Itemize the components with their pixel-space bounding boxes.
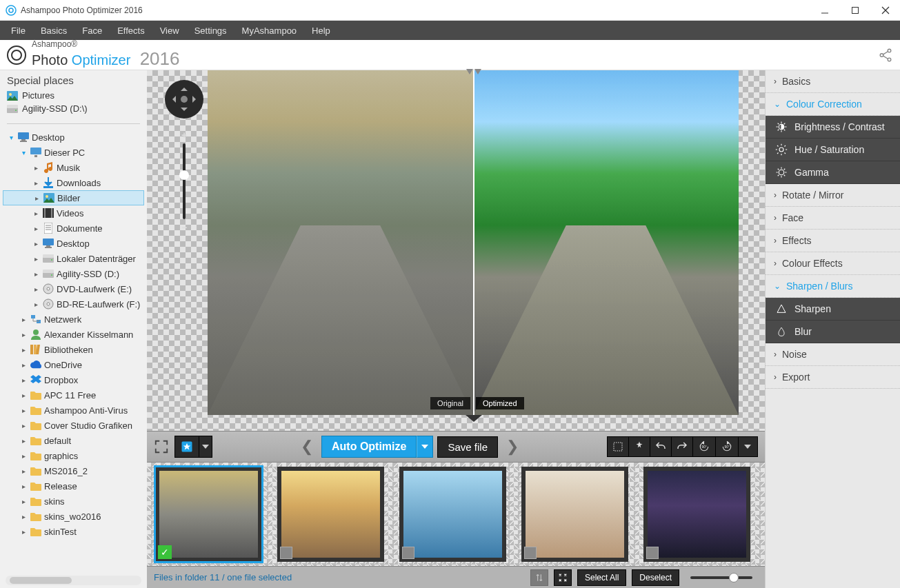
check-box[interactable] bbox=[646, 547, 659, 559]
favorite-button[interactable] bbox=[174, 436, 199, 458]
tree-dieser-pc[interactable]: ▾Dieser PC bbox=[3, 145, 144, 160]
expand-arrow-icon[interactable]: ▸ bbox=[19, 316, 28, 323]
auto-optimize-button[interactable]: Auto Optimize bbox=[321, 436, 417, 458]
expand-arrow-icon[interactable]: ▸ bbox=[19, 346, 28, 354]
tree-skins[interactable]: ▸skins bbox=[3, 494, 144, 509]
expand-arrow-icon[interactable]: ▸ bbox=[19, 331, 28, 338]
undo-button[interactable] bbox=[650, 436, 672, 457]
tree-alexander-kisselmann[interactable]: ▸Alexander Kisselmann bbox=[3, 327, 144, 342]
deselect-button[interactable]: Deselect bbox=[632, 569, 679, 586]
check-box[interactable] bbox=[524, 547, 537, 559]
tree-bilder[interactable]: ▸Bilder bbox=[3, 190, 144, 205]
select-all-button[interactable]: Select All bbox=[577, 569, 626, 586]
magic-wand-button[interactable] bbox=[629, 436, 650, 457]
tree-default[interactable]: ▸default bbox=[3, 433, 144, 448]
tree-release[interactable]: ▸Release bbox=[3, 478, 144, 494]
tree-videos[interactable]: ▸Videos bbox=[3, 205, 144, 221]
panel-basics[interactable]: ›Basics bbox=[766, 70, 900, 93]
redo-button[interactable] bbox=[672, 436, 693, 457]
panel-sharpen-blurs[interactable]: ⌄Sharpen / Blurs bbox=[766, 275, 900, 298]
share-button[interactable] bbox=[878, 48, 893, 63]
menu-basics[interactable]: Basics bbox=[34, 23, 74, 39]
expand-arrow-icon[interactable]: ▸ bbox=[32, 240, 40, 247]
expand-arrow-icon[interactable]: ▸ bbox=[19, 361, 28, 369]
favorite-dropdown[interactable] bbox=[199, 436, 212, 458]
check-box[interactable] bbox=[402, 547, 414, 559]
tree-skins-wo2016[interactable]: ▸skins_wo2016 bbox=[3, 509, 144, 524]
expand-arrow-icon[interactable]: ▸ bbox=[19, 483, 28, 490]
thumbnail-1[interactable]: ✓ bbox=[155, 467, 262, 562]
panel-effects[interactable]: ›Effects bbox=[766, 230, 900, 252]
tree-lokaler-datentr-ger[interactable]: ▸Lokaler Datenträger bbox=[3, 251, 144, 266]
expand-arrow-icon[interactable]: ▸ bbox=[32, 270, 40, 278]
expand-arrow-icon[interactable]: ▸ bbox=[19, 467, 28, 475]
expand-arrow-icon[interactable]: ▸ bbox=[32, 210, 40, 217]
tree-skintest[interactable]: ▸skinTest bbox=[3, 524, 144, 539]
thumbnail-2[interactable] bbox=[277, 467, 384, 562]
menu-help[interactable]: Help bbox=[305, 23, 337, 39]
pan-pad[interactable] bbox=[165, 80, 203, 119]
place-agility-ssd-d-[interactable]: Agility-SSD (D:\) bbox=[7, 102, 140, 115]
panel-sub-blur[interactable]: Blur bbox=[766, 321, 900, 343]
expand-arrow-icon[interactable]: ▸ bbox=[19, 422, 28, 429]
menu-face[interactable]: Face bbox=[75, 23, 109, 39]
menu-effects[interactable]: Effects bbox=[110, 23, 152, 39]
tree-dropbox[interactable]: ▸Dropbox bbox=[3, 372, 144, 387]
split-divider[interactable] bbox=[473, 70, 474, 415]
expand-arrow-icon[interactable]: ▸ bbox=[32, 255, 40, 263]
menu-view[interactable]: View bbox=[153, 23, 186, 39]
panel-sub-gamma[interactable]: Gamma bbox=[766, 161, 900, 184]
zoom-out-button[interactable]: − bbox=[181, 222, 187, 233]
crop-button[interactable] bbox=[607, 436, 629, 457]
tree-desktop[interactable]: ▸Desktop bbox=[3, 236, 144, 251]
expand-arrow-icon[interactable]: ▸ bbox=[19, 528, 28, 536]
panel-face[interactable]: ›Face bbox=[766, 207, 900, 230]
check-box[interactable] bbox=[280, 547, 292, 559]
compare-view[interactable]: Original Optimized bbox=[208, 70, 739, 415]
zoom-in-button[interactable]: + bbox=[181, 130, 187, 141]
panel-colour-correction[interactable]: ⌄Colour Correction bbox=[766, 93, 900, 116]
expand-arrow-icon[interactable]: ▸ bbox=[32, 285, 40, 293]
thumbnail-3[interactable] bbox=[399, 467, 506, 562]
fullscreen-button[interactable] bbox=[154, 439, 169, 454]
tree-dokumente[interactable]: ▸Dokumente bbox=[3, 221, 144, 236]
expand-arrow-icon[interactable]: ▸ bbox=[19, 513, 28, 520]
menu-file[interactable]: File bbox=[4, 23, 32, 39]
tree-graphics[interactable]: ▸graphics bbox=[3, 448, 144, 463]
expand-arrow-icon[interactable]: ▸ bbox=[19, 376, 28, 384]
thumbnail-4[interactable] bbox=[521, 467, 628, 562]
tree-bd-re-laufwerk-f-[interactable]: ▸BD-RE-Laufwerk (F:) bbox=[3, 296, 144, 312]
menu-settings[interactable]: Settings bbox=[188, 23, 234, 39]
tree-ashampoo-anti-virus[interactable]: ▸Ashampoo Anti-Virus bbox=[3, 403, 144, 418]
thumbnail-5[interactable] bbox=[643, 467, 750, 562]
tree-downloads[interactable]: ▸Downloads bbox=[3, 175, 144, 190]
thumb-zoom-slider[interactable] bbox=[690, 576, 752, 579]
maximize-button[interactable] bbox=[846, 3, 864, 17]
panel-noise[interactable]: ›Noise bbox=[766, 343, 900, 366]
expand-arrow-icon[interactable]: ▸ bbox=[32, 225, 40, 232]
rotate-right-button[interactable]: 90° bbox=[716, 436, 739, 457]
rotate-left-button[interactable]: 90° bbox=[693, 436, 716, 457]
place-pictures[interactable]: Pictures bbox=[7, 89, 140, 102]
tools-dropdown[interactable] bbox=[739, 436, 758, 457]
auto-optimize-dropdown[interactable] bbox=[417, 436, 433, 458]
expand-arrow-icon[interactable]: ▸ bbox=[32, 301, 40, 308]
panel-sub-brightness-contrast[interactable]: Brightness / Contrast bbox=[766, 116, 900, 139]
expand-arrow-icon[interactable]: ▸ bbox=[32, 179, 40, 187]
panel-sub-sharpen[interactable]: Sharpen bbox=[766, 298, 900, 321]
zoom-slider[interactable]: + − bbox=[179, 130, 190, 233]
expand-arrow-icon[interactable]: ▸ bbox=[19, 407, 28, 414]
tree-apc-11-free[interactable]: ▸APC 11 Free bbox=[3, 387, 144, 403]
close-button[interactable] bbox=[877, 3, 894, 17]
expand-arrow-icon[interactable]: ▸ bbox=[32, 194, 41, 202]
tree-bibliotheken[interactable]: ▸Bibliotheken bbox=[3, 342, 144, 357]
expand-arrow-icon[interactable]: ▸ bbox=[19, 498, 28, 505]
tree-cover-studio-grafiken[interactable]: ▸Cover Studio Grafiken bbox=[3, 418, 144, 433]
expand-arrow-icon[interactable]: ▸ bbox=[19, 452, 28, 460]
horizontal-scrollbar[interactable] bbox=[6, 576, 141, 585]
expand-arrow-icon[interactable]: ▾ bbox=[7, 134, 15, 141]
tree-musik[interactable]: ▸Musik bbox=[3, 160, 144, 175]
tree-onedrive[interactable]: ▸OneDrive bbox=[3, 357, 144, 372]
tree-ms2016-2[interactable]: ▸MS2016_2 bbox=[3, 463, 144, 478]
tree-netzwerk[interactable]: ▸Netzwerk bbox=[3, 312, 144, 327]
